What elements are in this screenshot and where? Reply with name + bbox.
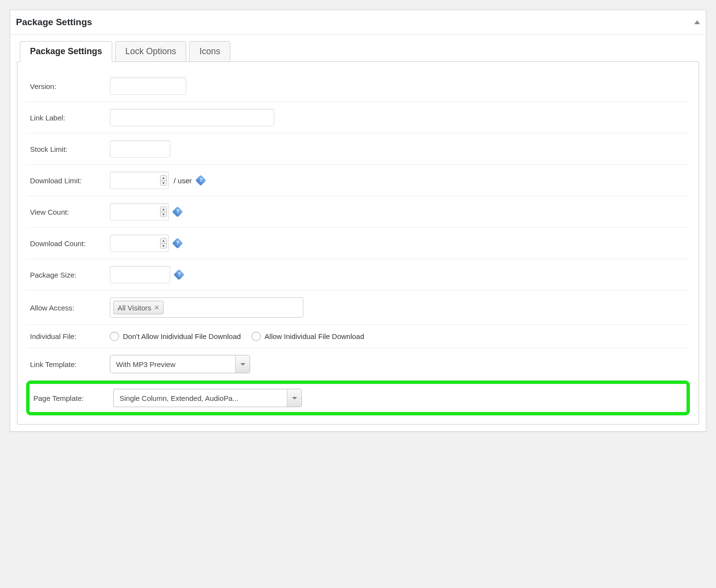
label-package-size: Package Size: [30, 271, 110, 279]
settings-panel: Version: Link Label: Stock Limit: Downlo… [17, 61, 699, 425]
dropdown-selected: Single Column, Extended, AudioPa... [114, 394, 287, 402]
version-input[interactable] [110, 77, 186, 95]
access-tag: All Visitors × [113, 301, 164, 314]
radio-label: Allow Inidividual File Download [265, 332, 364, 340]
row-allow-access: Allow Access: All Visitors × [26, 291, 690, 325]
label-allow-access: Allow Access: [30, 304, 110, 312]
metabox-body: Package Settings Lock Options Icons Vers… [10, 35, 706, 431]
row-version: Version: [26, 71, 690, 102]
tab-label: Lock Options [125, 46, 176, 56]
row-download-count: Download Count: ▲▼ [26, 228, 690, 259]
individual-file-radios: Don't Allow Inidividual File Download Al… [110, 332, 364, 341]
package-size-input[interactable] [110, 266, 170, 283]
stock-limit-input[interactable] [110, 140, 170, 158]
remove-tag-icon[interactable]: × [154, 303, 160, 312]
settings-tabs: Package Settings Lock Options Icons [17, 41, 699, 62]
row-download-limit: Download Limit: ▲▼ / user [26, 165, 690, 196]
label-page-template: Page Template: [33, 394, 113, 402]
tab-label: Icons [199, 46, 220, 56]
row-view-count: View Count: ▲▼ [26, 196, 690, 228]
collapse-toggle-icon[interactable] [694, 20, 700, 24]
radio-icon [110, 332, 119, 341]
label-stock-limit: Stock Limit: [30, 145, 110, 153]
radio-label: Don't Allow Inidividual File Download [123, 332, 241, 340]
package-settings-metabox: Package Settings Package Settings Lock O… [10, 10, 706, 432]
label-link-template: Link Template: [30, 360, 110, 368]
tab-icons[interactable]: Icons [189, 41, 230, 62]
help-icon[interactable] [172, 238, 183, 249]
row-page-template-highlighted: Page Template: Single Column, Extended, … [26, 381, 690, 415]
label-individual-file: Individual File: [30, 332, 110, 340]
row-link-template: Link Template: With MP3 Preview [26, 348, 690, 381]
number-stepper[interactable]: ▲▼ [160, 175, 167, 186]
tab-package-settings[interactable]: Package Settings [20, 41, 112, 62]
tab-lock-options[interactable]: Lock Options [115, 41, 186, 62]
label-version: Version: [30, 82, 110, 90]
access-tag-label: All Visitors [118, 304, 151, 312]
help-icon[interactable] [172, 206, 183, 218]
row-link-label: Link Label: [26, 102, 690, 133]
number-stepper[interactable]: ▲▼ [160, 238, 167, 249]
metabox-title: Package Settings [16, 14, 92, 30]
tab-label: Package Settings [30, 46, 102, 56]
radio-icon [252, 332, 261, 341]
allow-access-tagbox[interactable]: All Visitors × [110, 297, 303, 318]
link-label-input[interactable] [110, 109, 274, 126]
dropdown-selected: With MP3 Preview [110, 360, 235, 368]
radio-dont-allow[interactable]: Don't Allow Inidividual File Download [110, 332, 241, 341]
label-download-count: Download Count: [30, 239, 110, 248]
row-individual-file: Individual File: Don't Allow Inidividual… [26, 325, 690, 348]
metabox-header: Package Settings [10, 10, 706, 35]
label-download-limit: Download Limit: [30, 176, 110, 185]
number-stepper[interactable]: ▲▼ [160, 206, 167, 217]
label-link-label: Link Label: [30, 114, 110, 122]
help-icon[interactable] [174, 269, 185, 280]
radio-allow[interactable]: Allow Inidividual File Download [252, 332, 364, 341]
download-limit-suffix: / user [174, 176, 192, 185]
help-icon[interactable] [195, 175, 206, 186]
label-view-count: View Count: [30, 208, 110, 216]
page-template-dropdown[interactable]: Single Column, Extended, AudioPa... [113, 389, 302, 407]
row-stock-limit: Stock Limit: [26, 133, 690, 165]
chevron-down-icon [287, 389, 301, 407]
row-package-size: Package Size: [26, 259, 690, 291]
chevron-down-icon [235, 355, 250, 373]
link-template-dropdown[interactable]: With MP3 Preview [110, 355, 250, 373]
